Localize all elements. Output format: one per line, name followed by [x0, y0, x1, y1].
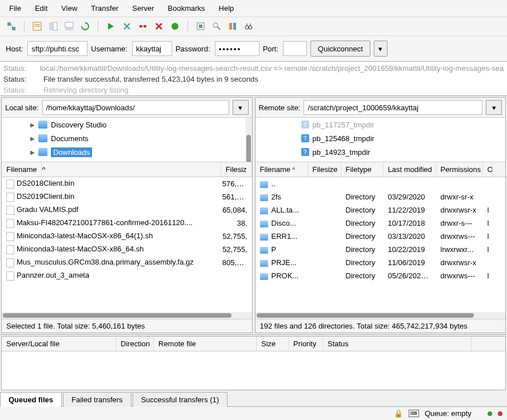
sync-icon[interactable]	[227, 21, 238, 32]
queue-col[interactable]: Priority	[289, 337, 323, 351]
file-row[interactable]: Gradu VALMIS.pdf65,084,	[2, 203, 252, 217]
menu-help[interactable]: Help	[212, 1, 241, 15]
file-row[interactable]: Miniconda3-latest-MacOSX-x86_64.sh52,755…	[2, 243, 252, 256]
file-icon	[6, 271, 14, 281]
toggle-queue-icon[interactable]	[63, 21, 75, 32]
file-row[interactable]: ERR1...Directory03/13/2020drwxrws---l	[256, 230, 506, 243]
reconnect-icon[interactable]	[153, 21, 165, 32]
file-row[interactable]: PRJE...Directory11/06/2019drwxrwsr-x	[256, 256, 506, 269]
scrollbar[interactable]	[2, 312, 252, 319]
file-row[interactable]: PROK...Directory05/26/2020 ...drwxrws---…	[256, 269, 506, 282]
col-filesize[interactable]: Filesiz	[221, 162, 252, 177]
file-row[interactable]: Disco...Directory10/17/2018drwxr-s---l	[256, 217, 506, 230]
disconnect-icon[interactable]	[137, 21, 149, 32]
keyboard-icon[interactable]: ⌨	[409, 410, 419, 417]
local-tree[interactable]: ▶Discovery Studio▶Documents▶Downloads	[2, 118, 252, 162]
file-icon	[6, 179, 14, 189]
menu-view[interactable]: View	[54, 1, 84, 15]
queue-col[interactable]: Size	[257, 337, 289, 351]
remote-pane: Remote site: ▾ ?pb_117257_tmpdir?pb_1254…	[255, 97, 506, 333]
queue-tab[interactable]: Queued files	[0, 392, 62, 407]
local-path-dropdown[interactable]: ▾	[233, 100, 249, 115]
compare-icon[interactable]	[211, 21, 222, 32]
expand-icon[interactable]: ▶	[30, 135, 35, 142]
queue-col[interactable]: Direction	[116, 337, 154, 351]
port-input[interactable]	[283, 41, 307, 56]
tree-label: pb_14923_tmpdir	[313, 148, 370, 157]
col-owner[interactable]: O	[483, 162, 493, 177]
tree-item[interactable]: ▶Documents	[2, 131, 252, 145]
quickconnect-dropdown[interactable]: ▾	[374, 41, 388, 57]
tree-item[interactable]: ▶Discovery Studio	[2, 118, 252, 131]
col-permissions[interactable]: Permissions	[436, 162, 483, 177]
tree-label: Discovery Studio	[51, 121, 107, 129]
local-path-input[interactable]	[42, 100, 229, 115]
toggle-tree-icon[interactable]	[47, 21, 59, 32]
folder-icon	[38, 148, 47, 156]
username-input[interactable]	[132, 41, 172, 56]
col-filename[interactable]: Filename	[2, 162, 42, 177]
col-filesize[interactable]: Filesize	[308, 162, 341, 177]
col-filename[interactable]: Filename ^	[256, 162, 308, 177]
refresh-icon[interactable]	[79, 21, 91, 32]
svg-point-25	[245, 26, 249, 29]
log-line: File transfer successful, transferred 5,…	[43, 74, 258, 85]
file-row[interactable]: Miniconda3-latest-MacOSX-x86_64(1).sh52,…	[2, 230, 252, 243]
menu-edit[interactable]: Edit	[28, 1, 54, 15]
queue-tab[interactable]: Failed transfers	[63, 392, 131, 407]
col-modified[interactable]: Last modified	[384, 162, 436, 177]
queue-tab[interactable]: Successful transfers (1)	[133, 392, 228, 407]
unknown-icon: ?	[301, 148, 309, 156]
scrollbar[interactable]	[256, 312, 506, 319]
tree-item[interactable]: ?pb_150247_tmpdir	[256, 159, 506, 162]
file-row[interactable]: ..	[256, 177, 506, 190]
file-row[interactable]: DS2019Client.bin561,623	[2, 190, 252, 203]
file-row[interactable]: Pannzer.out_3_ameta	[2, 269, 252, 282]
file-row[interactable]: PDirectory10/22/2019lrwxrwxr...l	[256, 243, 506, 256]
col-filetype[interactable]: Filetype	[341, 162, 384, 177]
process-queue-icon[interactable]	[105, 21, 117, 32]
expand-icon[interactable]: ▶	[30, 149, 35, 155]
file-row[interactable]: Mus_musculus.GRCm38.dna.primary_assembly…	[2, 256, 252, 269]
tree-item[interactable]: ▶Downloads	[2, 145, 252, 159]
svg-rect-0	[7, 22, 11, 26]
host-input[interactable]	[27, 41, 87, 56]
filter-icon[interactable]	[195, 21, 206, 32]
menu-transfer[interactable]: Transfer	[84, 1, 125, 15]
transfer-queue: Server/Local fileDirectionRemote fileSiz…	[1, 336, 506, 390]
cancel-icon[interactable]	[121, 21, 133, 32]
menu-bookmarks[interactable]: Bookmarks	[161, 1, 212, 15]
file-row[interactable]: DS2018Client.bin576,561	[2, 177, 252, 190]
queue-col[interactable]: Server/Local file	[2, 337, 116, 351]
tree-item[interactable]: ?pb_14923_tmpdir	[256, 145, 506, 159]
folder-icon	[260, 260, 268, 267]
file-row[interactable]: 2fsDirectory03/29/2020drwxr-sr-x	[256, 190, 506, 203]
password-input[interactable]	[215, 41, 260, 56]
search-icon[interactable]	[243, 21, 254, 32]
menu-file[interactable]: File	[2, 1, 28, 15]
expand-icon[interactable]: ▶	[30, 122, 35, 128]
remote-path-input[interactable]	[304, 100, 482, 115]
sitemanager-icon[interactable]	[6, 21, 17, 32]
file-row[interactable]: Maksu-FI4820472100177861-confirmed-20161…	[2, 217, 252, 230]
queue-tabs: Queued filesFailed transfersSuccessful t…	[0, 391, 507, 406]
svg-rect-9	[65, 28, 73, 30]
queue-col[interactable]: Status	[323, 337, 472, 351]
remote-path-dropdown[interactable]: ▾	[486, 100, 502, 115]
file-row[interactable]: ALL.ta...Directory11/22/2019drwxrwsr-xl	[256, 203, 506, 217]
scrollbar[interactable]	[245, 118, 252, 162]
queue-body[interactable]	[2, 351, 505, 390]
quickconnect-button[interactable]: Quickconnect	[310, 41, 370, 57]
lock-icon[interactable]: 🔒	[394, 409, 403, 418]
toggle-log-icon[interactable]	[31, 21, 43, 32]
remote-tree[interactable]: ?pb_117257_tmpdir?pb_125468_tmpdir?pb_14…	[256, 118, 506, 162]
menu-server[interactable]: Server	[125, 1, 161, 15]
port-label: Port:	[263, 45, 278, 53]
message-log[interactable]: Status:local:/home/kkmattil/Downloads/Ut…	[0, 62, 507, 96]
tree-label: Downloads	[51, 147, 92, 157]
tree-item[interactable]: ?pb_125468_tmpdir	[256, 131, 506, 145]
folder-icon	[38, 121, 47, 129]
queue-col[interactable]: Remote file	[154, 337, 257, 351]
tree-item[interactable]: ?pb_117257_tmpdir	[256, 118, 506, 131]
stop-icon[interactable]	[169, 21, 181, 32]
